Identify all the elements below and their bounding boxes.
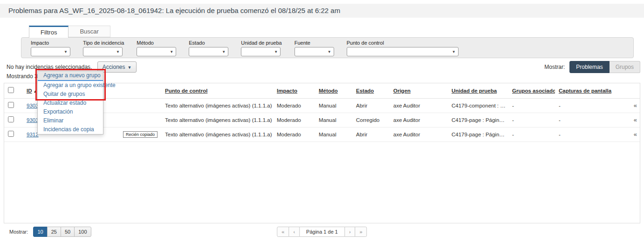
tab-filtros[interactable]: Filtros — [29, 26, 69, 38]
page-size-label: Mostrar: — [9, 229, 28, 235]
select-all-checkbox[interactable] — [8, 87, 14, 93]
filter-label-impacto: Impacto — [31, 40, 70, 46]
cell-capturas: - — [555, 113, 620, 127]
cell-impacto: Moderado — [273, 113, 315, 127]
pagination-bar: Mostrar: 10 25 50 100 « ‹ Página 1 de 1 … — [9, 227, 635, 239]
column-header-estado[interactable]: Estado — [356, 88, 374, 94]
page-size-10-button[interactable]: 10 — [33, 227, 47, 237]
impacto-filter-select[interactable]: ▼ — [31, 47, 70, 56]
cell-origen: axe Auditor — [390, 113, 448, 127]
view-problemas-button[interactable]: Problemas — [569, 61, 609, 73]
filter-group-unidad-de-prueba: Unidad de prueba ▼ — [241, 40, 281, 58]
estado-filter-select[interactable]: ▼ — [189, 47, 228, 56]
filter-group-tipo-de-incidencia: Tipo de incidencia ▼ — [83, 40, 124, 58]
column-header-punto-de-control[interactable]: Punto de control — [165, 88, 207, 94]
row-checkbox[interactable] — [8, 116, 14, 122]
column-header-capturas-de-pantalla[interactable]: Capturas de pantalla — [559, 88, 611, 94]
cell-punto-de-control: Texto alternativo (imágenes activas) (1.… — [161, 98, 273, 113]
chevron-down-icon: ▼ — [222, 50, 226, 54]
cell-metodo: Manual — [315, 113, 352, 127]
cell-metodo: Manual — [315, 98, 352, 113]
metodo-filter-select[interactable]: ▼ — [137, 47, 176, 56]
page-title: Problemas para AS_WF_16_2025-08-18_06194… — [0, 4, 644, 18]
page-size-100-button[interactable]: 100 — [74, 227, 91, 237]
chevron-down-icon: ▼ — [328, 50, 331, 54]
cell-unidad-de-prueba: C4179-component : … — [448, 98, 508, 113]
column-header-origen[interactable]: Origen — [393, 88, 411, 94]
page-size-25-button[interactable]: 25 — [47, 227, 61, 237]
first-page-button[interactable]: « — [277, 227, 289, 237]
chevron-down-icon: ▼ — [64, 50, 68, 54]
issue-id-link[interactable]: 9303 — [27, 103, 39, 108]
collapse-row-icon[interactable]: « — [634, 102, 637, 109]
cell-grupos-asociados: - — [508, 113, 555, 127]
column-header-metodo[interactable]: Método — [319, 88, 338, 94]
menu-item-agregar-a-nuevo-grupo[interactable]: Agregar a nuevo grupo — [38, 71, 103, 81]
page-indicator: Página 1 de 1 — [299, 227, 345, 237]
filter-group-fuente: Fuente ▼ — [295, 40, 334, 58]
row-checkbox[interactable] — [8, 102, 14, 108]
page-size-group: 10 25 50 100 — [33, 227, 91, 237]
filter-label-tipo-de-incidencia: Tipo de incidencia — [83, 40, 124, 46]
issues-page: Problemas para AS_WF_16_2025-08-18_06194… — [0, 0, 644, 242]
collapse-row-icon[interactable]: « — [634, 131, 637, 138]
cell-punto-de-control: Texto alternativo (imágenes activas) (1.… — [161, 127, 273, 141]
filter-label-metodo: Método — [137, 40, 176, 46]
filter-search-tabs: Filtros Buscar — [29, 26, 110, 38]
sort-asc-icon: ▲ — [34, 89, 37, 94]
cell-capturas: - — [555, 98, 620, 113]
column-header-unidad-de-prueba[interactable]: Unidad de prueba — [452, 88, 497, 94]
recently-copied-badge: Recién copiado — [123, 131, 158, 138]
row-checkbox[interactable] — [8, 131, 14, 137]
cell-impacto: Moderado — [273, 98, 315, 113]
page-size-50-button[interactable]: 50 — [61, 227, 75, 237]
cell-estado: Corregido — [352, 113, 390, 127]
cell-unidad-de-prueba: C4179-page : Págin… — [448, 127, 508, 141]
last-page-button[interactable]: » — [355, 227, 367, 237]
column-header-grupos-asociados[interactable]: Grupos asociados — [512, 88, 555, 94]
issue-id-link[interactable]: 9312 — [27, 132, 39, 137]
menu-item-actualizar-estado[interactable]: Actualizar estado — [38, 99, 103, 108]
filters-panel: Impacto ▼ Tipo de incidencia ▼ Método ▼ … — [21, 37, 634, 58]
cell-estado: Abrir — [352, 127, 390, 141]
menu-item-agregar-a-un-grupo-existente[interactable]: Agregar a un grupo existente — [38, 81, 103, 90]
filter-group-estado: Estado ▼ — [189, 40, 228, 58]
menu-item-eliminar[interactable]: Eliminar — [38, 116, 103, 125]
cell-punto-de-control: Texto alternativo (imágenes activas) (1.… — [161, 113, 273, 127]
cell-metodo: Manual — [315, 127, 352, 141]
chevron-down-icon: ▼ — [274, 50, 278, 54]
filter-group-metodo: Método ▼ — [137, 40, 176, 58]
filter-label-fuente: Fuente — [295, 40, 334, 46]
tipo-de-incidencia-filter-select[interactable]: ▼ — [83, 47, 123, 56]
cell-estado: Abrir — [352, 98, 390, 113]
mostrar-label: Mostrar: — [544, 64, 565, 70]
prev-page-button[interactable]: ‹ — [288, 227, 300, 237]
tab-buscar[interactable]: Buscar — [69, 26, 110, 37]
menu-item-incidencias-de-copia[interactable]: Incidencias de copia — [38, 125, 103, 134]
cell-origen: axe Auditor — [390, 127, 448, 141]
cell-grupos-asociados: - — [508, 127, 555, 141]
fuente-filter-select[interactable]: ▼ — [295, 47, 334, 56]
cell-unidad-de-prueba: C4179-page : Págin… — [448, 113, 508, 127]
issue-id-link[interactable]: 9303 — [27, 117, 39, 123]
menu-item-exportacion[interactable]: Exportación — [38, 108, 103, 116]
punto-de-control-filter-select[interactable]: ▼ — [347, 47, 459, 56]
view-grupos-button[interactable]: Grupos — [610, 61, 640, 73]
unidad-de-prueba-filter-select[interactable]: ▼ — [241, 47, 281, 56]
collapse-row-icon[interactable]: « — [634, 116, 637, 123]
menu-item-quitar-de-grupos[interactable]: Quitar de grupos — [38, 90, 103, 99]
chevron-down-icon: ▼ — [116, 50, 120, 54]
column-header-impacto[interactable]: Impacto — [277, 88, 297, 94]
cell-grupos-asociados: - — [508, 98, 555, 113]
filter-group-impacto: Impacto ▼ — [31, 40, 70, 58]
caret-down-icon: ▼ — [128, 65, 132, 70]
view-toggle: Mostrar: Problemas Grupos — [544, 61, 640, 73]
next-page-button[interactable]: › — [344, 227, 356, 237]
column-header-id[interactable]: ID — [27, 88, 32, 94]
filter-label-unidad-de-prueba: Unidad de prueba — [241, 40, 281, 46]
chevron-down-icon: ▼ — [170, 50, 173, 54]
filter-label-estado: Estado — [189, 40, 228, 46]
filter-label-punto-de-control: Punto de control — [347, 40, 459, 46]
cell-capturas: - — [555, 127, 620, 141]
acciones-dropdown-menu: Agregar a nuevo grupo Agregar a un grupo… — [37, 71, 103, 134]
